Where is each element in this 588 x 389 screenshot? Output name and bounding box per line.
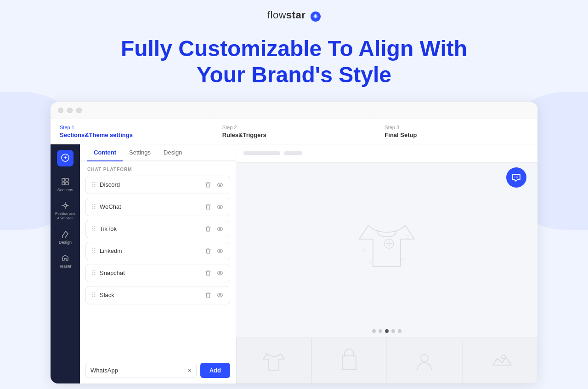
sidebar-teaser-label: Teaser [59, 264, 71, 269]
sidebar-icons: Sections Position and Animation Design [51, 144, 80, 383]
svg-point-5 [64, 204, 67, 207]
drag-icon[interactable]: ⠿ [91, 269, 96, 277]
preview-top-strip [236, 144, 537, 163]
platform-name: Linkedin [100, 247, 200, 254]
logo-star: star [286, 9, 305, 21]
delete-button[interactable] [204, 247, 212, 255]
add-button[interactable]: Add [200, 363, 230, 378]
svg-point-6 [219, 184, 221, 186]
tab-settings[interactable]: Settings [123, 144, 157, 161]
visibility-button[interactable] [216, 269, 224, 277]
carousel-dots [236, 325, 537, 338]
thumbnail-row [236, 338, 537, 383]
svg-point-7 [219, 206, 221, 208]
drag-icon[interactable]: ⠿ [91, 292, 96, 299]
platform-actions [204, 225, 224, 233]
visibility-button[interactable] [216, 247, 224, 255]
steps-bar: Step 1 Sections&Theme settings Step 2 Ru… [51, 119, 537, 144]
dot-5[interactable] [398, 329, 401, 333]
visibility-button[interactable] [216, 291, 224, 299]
svg-rect-3 [62, 182, 65, 185]
dot-2[interactable] [379, 329, 382, 333]
svg-point-13 [516, 177, 517, 177]
list-item: ⠿ Slack [85, 286, 230, 304]
platform-actions [204, 291, 224, 299]
chrome-dot-2 [67, 108, 73, 113]
svg-point-10 [219, 272, 221, 274]
platform-actions [204, 203, 224, 211]
sidebar-position-label: Position and Animation [54, 212, 76, 220]
delete-button[interactable] [204, 269, 212, 277]
thumbnail-item-3[interactable] [387, 338, 462, 383]
step-1[interactable]: Step 1 Sections&Theme settings [51, 119, 213, 144]
add-row: WhatsApp × Add [80, 357, 236, 383]
product-main-area [236, 163, 537, 325]
sidebar-design-label: Design [59, 240, 72, 245]
svg-rect-4 [66, 182, 68, 185]
thumbnail-item-2[interactable] [311, 338, 387, 383]
drag-icon[interactable]: ⠿ [91, 225, 96, 233]
platform-name: Discord [100, 181, 200, 188]
sidebar-item-teaser[interactable]: Teaser [52, 250, 78, 273]
sidebar-item-position[interactable]: Position and Animation [52, 198, 78, 224]
dot-4[interactable] [391, 329, 395, 333]
delete-button[interactable] [204, 203, 212, 211]
drag-icon[interactable]: ⠿ [91, 247, 96, 255]
sidebar-sections-label: Sections [57, 188, 74, 193]
logo-badge: ✳ [311, 11, 321, 22]
sidebar-logo [57, 150, 74, 166]
platform-name: TikTok [100, 225, 200, 232]
step-2-label: Step 2 [222, 125, 366, 130]
dot-1[interactable] [372, 329, 376, 333]
svg-point-17 [406, 235, 409, 239]
step-3-title: Final Setup [384, 132, 528, 138]
strip-line-2 [284, 151, 302, 155]
sidebar-item-sections[interactable]: Sections [52, 174, 78, 196]
step-2[interactable]: Step 2 Rules&Triggers [213, 119, 376, 144]
svg-point-11 [219, 294, 221, 296]
left-panel: Content Settings Design CHAT PLATFORM ⠿ … [80, 144, 236, 383]
step-1-label: Step 1 [60, 125, 204, 130]
dot-3[interactable] [385, 329, 389, 333]
sidebar-item-design[interactable]: Design [52, 226, 78, 249]
svg-point-22 [502, 355, 505, 359]
list-item: ⠿ Linkedin [85, 242, 230, 260]
delete-button[interactable] [204, 291, 212, 299]
strip-line-1 [243, 151, 280, 155]
visibility-button[interactable] [216, 181, 224, 189]
thumbnail-item-1[interactable] [236, 338, 311, 383]
window-chrome [51, 102, 537, 119]
chat-bubble-button[interactable] [506, 167, 526, 188]
section-label: CHAT PLATFORM [80, 161, 236, 176]
visibility-button[interactable] [216, 225, 224, 233]
svg-point-21 [421, 355, 428, 362]
step-1-title: Sections&Theme settings [60, 132, 204, 138]
clear-button[interactable]: × [188, 367, 192, 373]
thumbnail-item-4[interactable] [462, 338, 537, 383]
platform-actions [204, 181, 224, 189]
add-input-value: WhatsApp [90, 367, 118, 374]
delete-button[interactable] [204, 181, 212, 189]
logo: flowstar ✳ [267, 9, 321, 22]
drag-icon[interactable]: ⠿ [91, 181, 96, 189]
delete-button[interactable] [204, 225, 212, 233]
svg-point-16 [362, 249, 365, 252]
tabs-row: Content Settings Design [80, 144, 236, 161]
svg-point-18 [370, 261, 372, 263]
list-item: ⠿ Snapchat [85, 264, 230, 282]
chrome-dot-3 [76, 108, 82, 113]
list-item: ⠿ TikTok [85, 220, 230, 238]
platform-name: WeChat [100, 203, 200, 210]
step-3[interactable]: Step 3 Final Setup [375, 119, 537, 144]
platform-input[interactable]: WhatsApp × [85, 363, 197, 378]
tab-design[interactable]: Design [157, 144, 188, 161]
svg-point-8 [219, 228, 221, 230]
tab-content[interactable]: Content [87, 144, 123, 161]
svg-rect-1 [62, 178, 65, 181]
svg-point-12 [514, 177, 515, 177]
step-2-title: Rules&Triggers [222, 132, 366, 138]
drag-icon[interactable]: ⠿ [91, 203, 96, 211]
platform-actions [204, 247, 224, 255]
visibility-button[interactable] [216, 203, 224, 211]
svg-point-19 [401, 258, 404, 261]
